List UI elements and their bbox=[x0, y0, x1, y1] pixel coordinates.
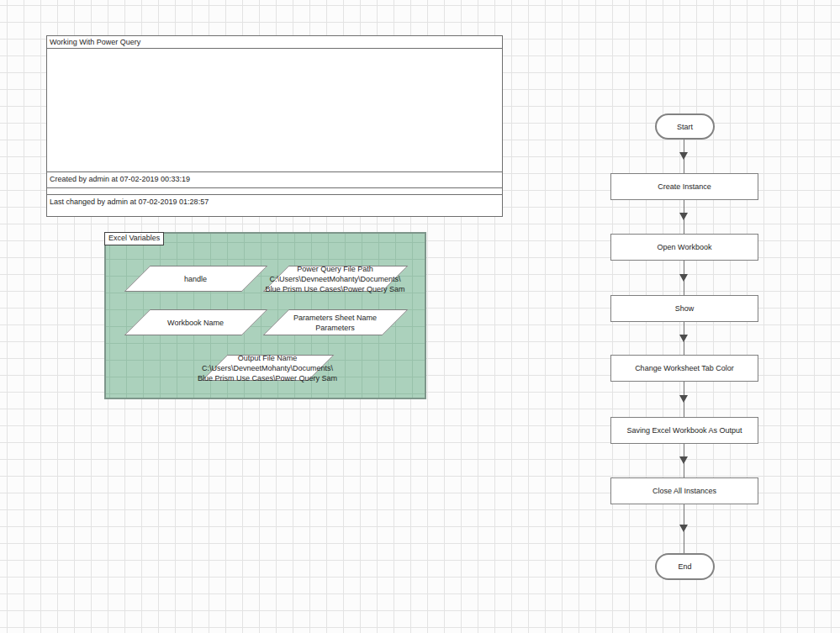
node-label: Saving Excel Workbook As Output bbox=[627, 426, 742, 435]
data-item-output-file-name[interactable]: Output File Name C:\Users\DevneetMohanty… bbox=[201, 355, 334, 381]
data-item-label: Power Query File Path C:\Users\DevneetMo… bbox=[251, 263, 420, 294]
link-saving-close-all[interactable] bbox=[684, 444, 684, 477]
arrowhead-icon bbox=[679, 395, 688, 403]
node-label: Create Instance bbox=[658, 182, 711, 191]
link-change-tab-color-saving[interactable] bbox=[684, 382, 684, 417]
arrowhead-icon bbox=[679, 152, 688, 160]
action-open-workbook[interactable]: Open Workbook bbox=[610, 234, 758, 261]
link-create-instance-open-workbook[interactable] bbox=[684, 200, 684, 234]
arrowhead-icon bbox=[679, 335, 688, 342]
process-canvas: { "process_info": { "title": "Working Wi… bbox=[0, 0, 840, 633]
arrowhead-icon bbox=[679, 456, 688, 464]
node-label: Open Workbook bbox=[658, 243, 712, 251]
action-saving-excel-workbook-as-output[interactable]: Saving Excel Workbook As Output bbox=[610, 417, 758, 444]
data-item-label: Output File Name C:\Users\DevneetMohanty… bbox=[182, 352, 352, 383]
note-divider bbox=[47, 188, 502, 194]
node-label: Show bbox=[675, 304, 695, 313]
note-last-changed: Last changed by admin at 07-02-2019 01:2… bbox=[47, 194, 502, 216]
node-label: Close All Instances bbox=[652, 487, 716, 495]
link-show-change-tab-color[interactable] bbox=[684, 322, 684, 355]
note-title: Working With Power Query bbox=[47, 36, 502, 49]
end-node[interactable]: End bbox=[655, 553, 715, 580]
data-item-label: Parameters Sheet Name Parameters bbox=[251, 307, 420, 338]
start-node[interactable]: Start bbox=[655, 113, 715, 140]
link-start-create-instance[interactable] bbox=[684, 140, 684, 173]
arrowhead-icon bbox=[679, 213, 688, 220]
link-close-all-end[interactable] bbox=[684, 504, 684, 553]
action-change-worksheet-tab-color[interactable]: Change Worksheet Tab Color bbox=[610, 355, 758, 382]
data-item-label: Workbook Name bbox=[124, 307, 267, 338]
node-label: End bbox=[678, 562, 691, 571]
excel-variables-group-label: Excel Variables bbox=[104, 232, 164, 245]
data-item-label: handle bbox=[124, 263, 267, 294]
note-created-by: Created by admin at 07-02-2019 00:33:19 bbox=[47, 171, 502, 188]
link-open-workbook-show[interactable] bbox=[684, 261, 684, 295]
arrowhead-icon bbox=[679, 274, 688, 282]
process-note-box[interactable]: Working With Power Query Created by admi… bbox=[46, 35, 503, 217]
arrowhead-icon bbox=[679, 525, 688, 532]
data-item-workbook-name[interactable]: Workbook Name bbox=[124, 309, 267, 335]
node-label: Change Worksheet Tab Color bbox=[635, 364, 734, 372]
note-description bbox=[47, 49, 502, 171]
action-show[interactable]: Show bbox=[610, 295, 758, 322]
node-label: Start bbox=[677, 123, 693, 131]
data-item-power-query-file-path[interactable]: Power Query File Path C:\Users\DevneetMo… bbox=[262, 266, 408, 292]
action-create-instance[interactable]: Create Instance bbox=[610, 173, 758, 200]
data-item-parameters-sheet-name[interactable]: Parameters Sheet Name Parameters bbox=[262, 309, 408, 335]
action-close-all-instances[interactable]: Close All Instances bbox=[610, 477, 758, 504]
data-item-handle[interactable]: handle bbox=[124, 266, 267, 292]
